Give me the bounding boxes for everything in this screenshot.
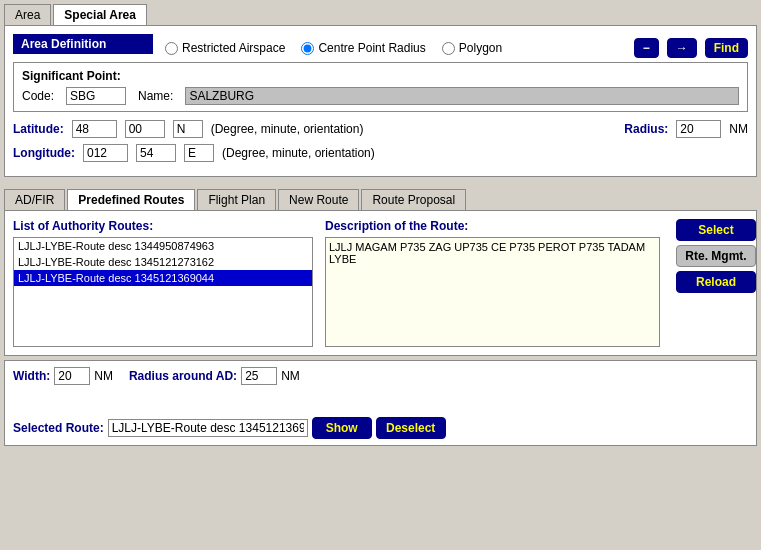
- radius-ad-unit: NM: [281, 369, 300, 383]
- radius-label: Radius:: [624, 122, 668, 136]
- desc-box: LJLJ MAGAM P735 ZAG UP735 CE P735 PEROT …: [325, 237, 660, 347]
- lat-hint: (Degree, minute, orientation): [211, 122, 364, 136]
- radius-input[interactable]: [676, 120, 721, 138]
- code-label: Code:: [22, 89, 54, 103]
- rte-mgmt-button[interactable]: Rte. Mgmt.: [676, 245, 756, 267]
- lat-label: Latitude:: [13, 122, 64, 136]
- radio-restricted-label: Restricted Airspace: [182, 41, 285, 55]
- list-item[interactable]: LJLJ-LYBE-Route desc 1344950874963: [14, 238, 312, 254]
- radius-ad-item: Radius around AD: NM: [129, 367, 300, 385]
- selected-route-label: Selected Route:: [13, 421, 104, 435]
- select-button[interactable]: Select: [676, 219, 756, 241]
- width-input[interactable]: [54, 367, 90, 385]
- minus-button[interactable]: −: [634, 38, 659, 58]
- lon-hint: (Degree, minute, orientation): [222, 146, 375, 160]
- radio-polygon-input[interactable]: [442, 42, 455, 55]
- list-item[interactable]: LJLJ-LYBE-Route desc 1345121273162: [14, 254, 312, 270]
- radio-restricted[interactable]: Restricted Airspace: [165, 41, 285, 55]
- radio-restricted-input[interactable]: [165, 42, 178, 55]
- tab-area[interactable]: Area: [4, 4, 51, 25]
- radio-polygon[interactable]: Polygon: [442, 41, 502, 55]
- radius-ad-input[interactable]: [241, 367, 277, 385]
- lat-orient-input[interactable]: [173, 120, 203, 138]
- header-buttons: − → Find: [630, 38, 748, 58]
- lat-deg-input[interactable]: [72, 120, 117, 138]
- selected-route-input[interactable]: [108, 419, 308, 437]
- tab-adfir[interactable]: AD/FIR: [4, 189, 65, 210]
- area-definition-header: Area Definition: [13, 34, 153, 54]
- radius-ad-label: Radius around AD:: [129, 369, 237, 383]
- reload-button[interactable]: Reload: [676, 271, 756, 293]
- radio-polygon-label: Polygon: [459, 41, 502, 55]
- width-item: Width: NM: [13, 367, 113, 385]
- find-button[interactable]: Find: [705, 38, 748, 58]
- top-tab-bar: Area Special Area: [0, 0, 761, 25]
- deselect-button[interactable]: Deselect: [376, 417, 446, 439]
- lat-radius-row: Latitude: (Degree, minute, orientation) …: [13, 120, 748, 138]
- lon-deg-input[interactable]: [83, 144, 128, 162]
- radio-group: Restricted Airspace Centre Point Radius …: [165, 37, 630, 59]
- lon-label: Longitude:: [13, 146, 75, 160]
- tab-special-area[interactable]: Special Area: [53, 4, 147, 25]
- radio-centre-label: Centre Point Radius: [318, 41, 425, 55]
- action-buttons: Select Rte. Mgmt. Reload: [676, 219, 756, 293]
- name-input[interactable]: [185, 87, 739, 105]
- tab-predefined-routes[interactable]: Predefined Routes: [67, 189, 195, 210]
- name-label: Name:: [138, 89, 173, 103]
- routes-list-col: List of Authority Routes: LJLJ-LYBE-Rout…: [13, 219, 313, 347]
- status-bar: Width: NM Radius around AD: NM Selected …: [4, 360, 757, 446]
- tab-new-route[interactable]: New Route: [278, 189, 359, 210]
- lat-min-input[interactable]: [125, 120, 165, 138]
- arrow-button[interactable]: →: [667, 38, 697, 58]
- routes-panel: List of Authority Routes: LJLJ-LYBE-Rout…: [4, 210, 757, 356]
- width-unit: NM: [94, 369, 113, 383]
- tab-route-proposal[interactable]: Route Proposal: [361, 189, 466, 210]
- lon-min-input[interactable]: [136, 144, 176, 162]
- code-input[interactable]: [66, 87, 126, 105]
- sig-point-label: Significant Point:: [22, 69, 739, 83]
- radio-centre-input[interactable]: [301, 42, 314, 55]
- routes-list-box[interactable]: LJLJ-LYBE-Route desc 1344950874963 LJLJ-…: [13, 237, 313, 347]
- tab-flight-plan[interactable]: Flight Plan: [197, 189, 276, 210]
- radius-unit: NM: [729, 122, 748, 136]
- show-button[interactable]: Show: [312, 417, 372, 439]
- second-tab-bar: AD/FIR Predefined Routes Flight Plan New…: [0, 181, 761, 210]
- list-title: List of Authority Routes:: [13, 219, 313, 233]
- radio-centre[interactable]: Centre Point Radius: [301, 41, 425, 55]
- significant-point-box: Significant Point: Code: Name:: [13, 62, 748, 112]
- selected-route-item: Selected Route: Show Deselect: [13, 417, 446, 439]
- area-definition-panel: Area Definition Restricted Airspace Cent…: [4, 25, 757, 177]
- lon-row: Longitude: (Degree, minute, orientation): [13, 144, 748, 162]
- width-label: Width:: [13, 369, 50, 383]
- list-item-selected[interactable]: LJLJ-LYBE-Route desc 1345121369044: [14, 270, 312, 286]
- lon-orient-input[interactable]: [184, 144, 214, 162]
- desc-title: Description of the Route:: [325, 219, 660, 233]
- routes-desc-col: Description of the Route: LJLJ MAGAM P73…: [325, 219, 748, 347]
